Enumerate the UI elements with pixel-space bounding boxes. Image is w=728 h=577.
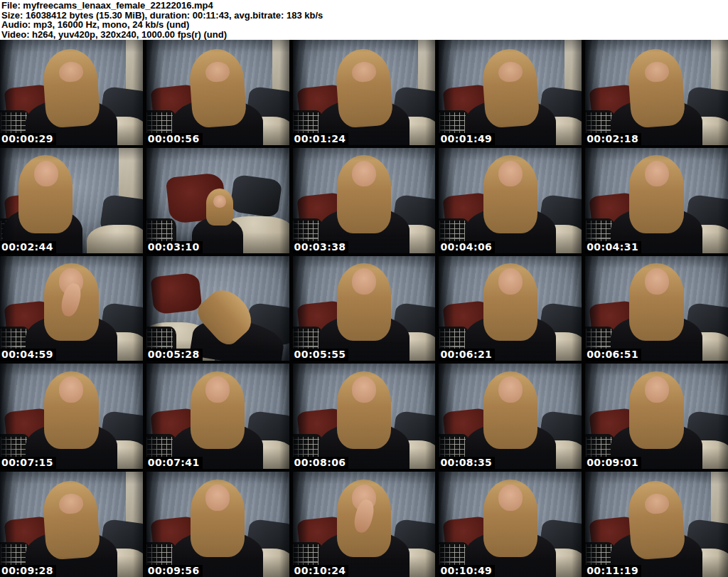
- couch-shape: [233, 440, 289, 469]
- thumbnail-image: [585, 472, 728, 577]
- couch-shape: [87, 440, 142, 469]
- figure-hair-shape: [481, 48, 540, 129]
- video-thumbnail: 00:06:51: [585, 256, 728, 361]
- thumbnail-timestamp: 00:08:35: [439, 457, 495, 469]
- dark-pillow-shape: [99, 86, 143, 130]
- thumbnail-grid: 00:00:2900:00:5600:01:2400:01:4900:02:18…: [0, 40, 728, 577]
- red-pillow-shape: [296, 300, 348, 342]
- video-thumbnail: 00:00:56: [146, 40, 289, 145]
- figure-hair-shape: [18, 155, 73, 233]
- thumbnail-image: [293, 472, 436, 577]
- curtain-drape-shape: [711, 472, 728, 556]
- video-thumbnail: 00:10:49: [439, 472, 582, 577]
- thumbnail-image: [439, 256, 582, 361]
- figure-hair-shape: [337, 155, 391, 233]
- red-pillow-shape: [150, 516, 202, 559]
- red-pillow-shape: [4, 300, 55, 342]
- couch-shape: [233, 549, 289, 577]
- couch-shape: [526, 332, 582, 361]
- figure-hair-shape: [629, 263, 683, 341]
- red-pillow-shape: [443, 516, 495, 559]
- couch-shape: [87, 225, 142, 253]
- thumbnail-image: [146, 148, 289, 253]
- figure-hair-shape: [337, 263, 391, 341]
- video-thumbnail: 00:03:10: [146, 148, 289, 253]
- figure-face-shape: [497, 60, 523, 83]
- thumbnail-image: [293, 40, 436, 145]
- figure-face-shape: [498, 485, 523, 511]
- video-thumbnail: 00:03:38: [293, 148, 436, 253]
- dark-pillow-shape: [392, 86, 436, 130]
- thumbnail-image: [293, 364, 436, 469]
- dark-pillow-shape: [99, 410, 143, 454]
- figure-face-shape: [643, 492, 670, 515]
- thumbnail-timestamp: 00:06:21: [439, 349, 495, 361]
- video-thumbnail: 00:04:31: [585, 148, 728, 253]
- red-pillow-shape: [166, 172, 228, 224]
- audio-info-line: Audio: mp3, 16000 Hz, mono, 24 kb/s (und…: [1, 20, 728, 30]
- video-thumbnail: 00:04:59: [0, 256, 143, 361]
- dark-pillow-shape: [392, 194, 436, 238]
- figure-hair-shape: [483, 263, 537, 341]
- red-pillow-shape: [150, 84, 202, 127]
- figure-hair-shape: [629, 371, 683, 449]
- red-pillow-shape: [296, 408, 348, 450]
- thumbnail-timestamp: 00:00:56: [146, 133, 203, 145]
- thumbnail-timestamp: 00:03:38: [293, 241, 349, 253]
- curtain-drape-shape: [126, 472, 143, 556]
- thumbnail-timestamp: 00:07:15: [0, 457, 56, 469]
- red-pillow-shape: [443, 191, 495, 234]
- thumbnail-timestamp: 00:03:10: [146, 241, 203, 253]
- video-thumbnail: 00:09:01: [585, 364, 728, 469]
- video-thumbnail: 00:02:44: [0, 148, 143, 253]
- figure-hair-shape: [337, 371, 391, 449]
- dark-pillow-shape: [684, 194, 728, 238]
- red-pillow-shape: [589, 191, 641, 234]
- video-thumbnail: 00:00:29: [0, 40, 143, 145]
- red-pillow-shape: [150, 408, 202, 450]
- figure-face-shape: [350, 60, 377, 83]
- dark-pillow-shape: [392, 410, 436, 454]
- couch-shape: [673, 117, 728, 145]
- curtain-drape-shape: [418, 40, 435, 124]
- red-pillow-shape: [4, 191, 55, 234]
- dark-pillow-shape: [99, 194, 143, 238]
- thumbnail-timestamp: 00:10:24: [293, 565, 349, 577]
- figure-face-shape: [213, 195, 226, 208]
- dark-pillow-shape: [538, 302, 582, 346]
- figure-hair-shape: [191, 480, 245, 557]
- video-thumbnail: 00:09:28: [0, 472, 143, 577]
- figure-face-shape: [205, 485, 230, 511]
- thumbnail-image: [585, 364, 728, 469]
- thumbnail-timestamp: 00:04:31: [585, 241, 641, 253]
- curtain-drape-shape: [119, 148, 143, 232]
- red-pillow-shape: [443, 300, 495, 342]
- thumbnail-image: [585, 148, 728, 253]
- red-pillow-shape: [589, 84, 641, 127]
- figure-face-shape: [205, 376, 230, 403]
- figure-hair-shape: [483, 371, 537, 449]
- figure-hair-shape: [483, 155, 537, 233]
- curtain-drape-shape: [564, 40, 582, 124]
- dark-pillow-shape: [538, 86, 582, 130]
- thumbnail-timestamp: 00:09:01: [585, 457, 641, 469]
- red-pillow-shape: [443, 84, 495, 127]
- dark-pillow-shape: [245, 410, 289, 454]
- figure-face-shape: [58, 60, 85, 83]
- thumbnail-image: [439, 364, 582, 469]
- red-pillow-shape: [296, 191, 348, 234]
- thumbnail-timestamp: 00:09:28: [0, 565, 56, 577]
- couch-shape: [673, 225, 728, 253]
- video-thumbnail: 00:08:35: [439, 364, 582, 469]
- figure-face-shape: [205, 60, 231, 83]
- video-thumbnail: 00:08:06: [293, 364, 436, 469]
- thumbnail-image: [146, 256, 289, 361]
- figure-hair-shape: [191, 371, 245, 449]
- curtain-drape-shape: [711, 40, 728, 124]
- red-pillow-shape: [589, 516, 641, 559]
- dark-pillow-shape: [245, 302, 289, 346]
- figure-hair-shape: [334, 48, 394, 129]
- figure-hair-shape: [44, 371, 98, 449]
- figure-face-shape: [498, 376, 523, 403]
- thumbnail-image: [0, 364, 143, 469]
